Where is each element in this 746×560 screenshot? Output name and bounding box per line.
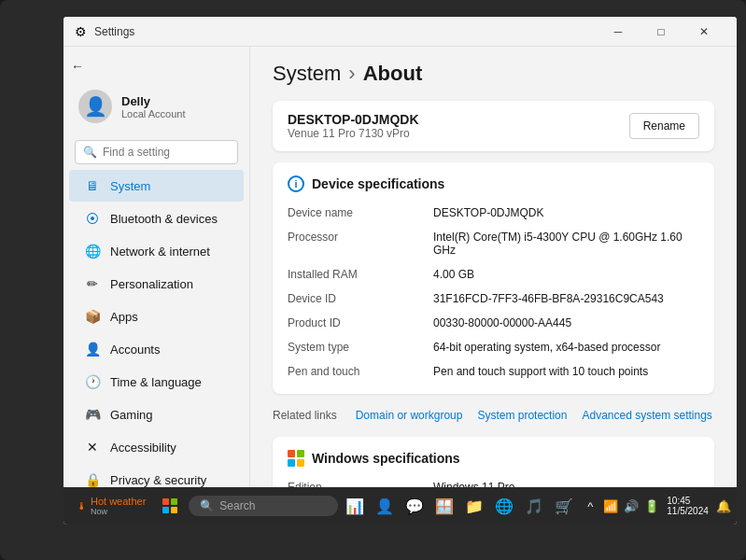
minimize-button[interactable]: ─ — [597, 17, 640, 47]
privacy-icon: 🔒 — [84, 471, 101, 487]
screen: ⚙ Settings ─ □ ✕ ← — [63, 17, 737, 525]
breadcrumb-separator: › — [348, 62, 355, 86]
sidebar-item-accessibility[interactable]: ✕ Accessibility — [69, 431, 244, 463]
sidebar-item-bluetooth[interactable]: ⦿ Bluetooth & devices — [69, 203, 244, 234]
taskbar-icon-media[interactable]: 🎵 — [521, 493, 547, 519]
sidebar-item-network-label: Network & internet — [110, 245, 210, 259]
main-content: System › About DESKTOP-0DJMQDK Venue 11 … — [250, 47, 737, 487]
sidebar-item-gaming[interactable]: 🎮 Gaming — [69, 399, 244, 430]
device-specs-grid: Device name DESKTOP-0DJMQDK Processor In… — [288, 203, 699, 381]
settings-window: ⚙ Settings ─ □ ✕ ← — [63, 17, 737, 487]
weather-icon: 🌡 — [77, 500, 87, 511]
windows-specs-grid: Edition Windows 11 Pro Version 21H2 Inst… — [288, 478, 699, 487]
system-icon: 🖥 — [84, 177, 101, 194]
spec-value-0: DESKTOP-0DJMQDK — [433, 203, 699, 222]
accessibility-icon: ✕ — [84, 439, 101, 455]
taskbar-icon-chat[interactable]: 💬 — [401, 493, 428, 519]
spec-value-2: 4.00 GB — [433, 265, 699, 284]
spec-value-3: 31F16FCD-7FF3-46FB-BF8A-29316C9CA543 — [433, 289, 699, 308]
sidebar-nav: 🖥 System ⦿ Bluetooth & devices 🌐 Network… — [63, 170, 249, 487]
spec-label-3: Device ID — [288, 289, 418, 308]
sidebar-item-apps-label: Apps — [110, 310, 138, 324]
spec-label-5: System type — [288, 338, 418, 357]
breadcrumb: System › About — [273, 62, 714, 86]
related-link-advanced[interactable]: Advanced system settings — [582, 405, 711, 426]
avatar: 👤 — [78, 90, 112, 123]
taskbar-icon-chart[interactable]: 📊 — [342, 493, 368, 519]
search-icon: 🔍 — [83, 146, 97, 159]
spec-label-2: Installed RAM — [288, 265, 418, 284]
taskbar-search[interactable]: 🔍 Search — [189, 496, 338, 516]
taskbar-right: ^ 📶 🔊 🔋 10:45 11/5/2024 🔔 — [581, 496, 733, 516]
spec-value-5: 64-bit operating system, x64-based proce… — [433, 338, 699, 357]
spec-value-6: Pen and touch support with 10 touch poin… — [433, 362, 699, 381]
related-links: Related links Domain or workgroup System… — [273, 405, 714, 426]
sidebar-item-time-label: Time & language — [110, 375, 202, 389]
spec-label-0: Device name — [288, 203, 418, 222]
tray-notification-icon[interactable]: 🔔 — [714, 497, 733, 515]
sidebar-item-accounts[interactable]: 👤 Accounts — [69, 333, 244, 365]
close-button[interactable]: ✕ — [683, 17, 725, 47]
bluetooth-icon: ⦿ — [84, 210, 101, 227]
device-header-card: DESKTOP-0DJMQDK Venue 11 Pro 7130 vPro R… — [273, 101, 714, 151]
spec-value-4: 00330-80000-00000-AA445 — [433, 314, 699, 332]
spec-value-1: Intel(R) Core(TM) i5-4300Y CPU @ 1.60GHz… — [433, 228, 699, 259]
taskbar-icon-user[interactable]: 👤 — [372, 493, 398, 519]
title-bar-controls: ─ □ ✕ — [597, 17, 725, 47]
maximize-button[interactable]: □ — [640, 17, 683, 47]
time-icon: 🕐 — [84, 373, 101, 390]
breadcrumb-parent: System — [273, 62, 341, 86]
taskbar-center: 🔍 Search 📊 👤 💬 🪟 📁 🌐 🎵 🛒 — [155, 491, 577, 521]
sidebar-item-personalization[interactable]: ✏ Personalization — [69, 268, 244, 300]
sidebar-item-accounts-label: Accounts — [110, 343, 160, 357]
tray-battery-icon[interactable]: 🔋 — [642, 497, 661, 515]
sidebar-item-system[interactable]: 🖥 System — [69, 170, 244, 202]
tray-network-icon[interactable]: 📶 — [601, 497, 620, 515]
tray-clock[interactable]: 10:45 11/5/2024 — [663, 496, 712, 516]
sidebar-item-accessibility-label: Accessibility — [110, 441, 176, 455]
laptop-frame: ⚙ Settings ─ □ ✕ ← — [0, 0, 746, 560]
win-spec-label-0: Edition — [288, 478, 418, 487]
spec-label-6: Pen and touch — [288, 362, 418, 381]
sidebar-item-network[interactable]: 🌐 Network & internet — [69, 235, 244, 267]
sidebar-item-apps[interactable]: 📦 Apps — [69, 301, 244, 332]
win-spec-value-0: Windows 11 Pro — [433, 478, 699, 487]
accounts-icon: 👤 — [84, 341, 101, 357]
device-header-info: DESKTOP-0DJMQDK Venue 11 Pro 7130 vPro — [288, 112, 419, 140]
info-icon: i — [288, 175, 304, 192]
settings-search-input[interactable] — [103, 146, 230, 159]
taskbar-icon-store[interactable]: 🛒 — [551, 493, 577, 519]
taskbar-icon-browser[interactable]: 🌐 — [491, 493, 517, 519]
tray-up-arrow[interactable]: ^ — [581, 497, 599, 515]
title-bar: ⚙ Settings ─ □ ✕ — [63, 17, 737, 47]
taskbar-icon-windows[interactable]: 🪟 — [431, 493, 457, 519]
back-button[interactable]: ← — [71, 59, 84, 74]
weather-text: Hot weather — [91, 496, 146, 507]
related-link-domain[interactable]: Domain or workgroup — [356, 405, 463, 426]
related-link-protection[interactable]: System protection — [477, 405, 567, 426]
windows-specs-title: Windows specifications — [288, 450, 699, 467]
tray-volume-icon[interactable]: 🔊 — [622, 497, 640, 515]
rename-button[interactable]: Rename — [629, 113, 699, 139]
sidebar-item-privacy[interactable]: 🔒 Privacy & security — [69, 464, 244, 487]
taskbar-search-icon: 🔍 — [200, 499, 214, 512]
sidebar-item-time[interactable]: 🕐 Time & language — [69, 366, 244, 398]
device-specs-card: i Device specifications Device name DESK… — [273, 162, 714, 394]
user-info: Delly Local Account — [121, 94, 186, 119]
weather-time: Now — [91, 507, 146, 516]
sidebar-item-system-label: System — [110, 179, 150, 193]
taskbar-left: 🌡 Hot weather Now — [71, 494, 151, 518]
title-bar-text: Settings — [94, 25, 134, 38]
related-links-label: Related links — [273, 405, 337, 426]
user-section: 👤 Delly Local Account — [63, 78, 249, 134]
weather-widget[interactable]: 🌡 Hot weather Now — [71, 494, 151, 518]
gaming-icon: 🎮 — [84, 406, 101, 423]
sidebar-item-personalization-label: Personalization — [110, 277, 193, 291]
sidebar: ← 👤 Delly Local Account � — [63, 47, 250, 487]
sidebar-item-privacy-label: Privacy & security — [110, 473, 206, 487]
taskbar-icon-folder[interactable]: 📁 — [461, 493, 487, 519]
taskbar-search-text: Search — [219, 499, 255, 512]
device-specs-title: i Device specifications — [288, 175, 699, 192]
start-button[interactable] — [155, 491, 185, 521]
windows-specs-card: Windows specifications Edition Windows 1… — [273, 437, 714, 487]
